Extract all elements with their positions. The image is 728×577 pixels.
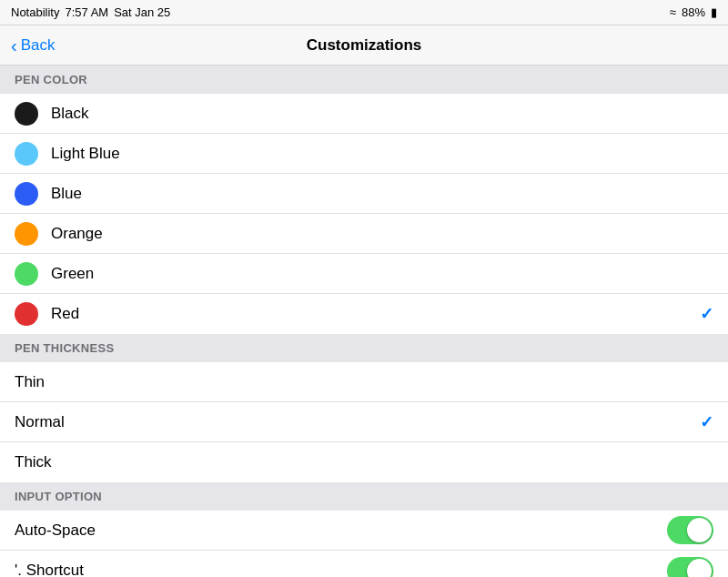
thickness-item-normal[interactable]: Normal ✓: [0, 402, 728, 442]
status-right: ≈ 88% ▮: [670, 5, 717, 19]
color-item-light-blue[interactable]: Light Blue: [0, 134, 728, 174]
status-date: Sat Jan 25: [114, 5, 170, 19]
color-swatch-blue: [15, 182, 38, 206]
content-area: PEN COLOR Black Light Blue Blue Orange G…: [0, 66, 728, 577]
color-swatch-orange: [15, 222, 38, 246]
pen-color-list: Black Light Blue Blue Orange Green Red ✓: [0, 94, 728, 334]
color-label-blue: Blue: [51, 185, 713, 203]
nav-bar: ‹ Back Customizations: [0, 25, 728, 66]
nav-title: Customizations: [307, 36, 422, 55]
pen-thickness-list: Thin Normal ✓ Thick: [0, 362, 728, 482]
status-left: Notability 7:57 AM Sat Jan 25: [11, 5, 170, 19]
color-item-green[interactable]: Green: [0, 254, 728, 294]
color-swatch-green: [15, 262, 38, 286]
color-item-red[interactable]: Red ✓: [0, 294, 728, 334]
color-item-blue[interactable]: Blue: [0, 174, 728, 214]
toggle-shortcut[interactable]: [667, 557, 713, 578]
color-label-orange: Orange: [51, 225, 713, 243]
back-button[interactable]: ‹ Back: [11, 36, 55, 55]
color-item-black[interactable]: Black: [0, 94, 728, 134]
thickness-label-normal: Normal: [15, 413, 700, 431]
app-name: Notability: [11, 5, 59, 19]
battery-icon: ▮: [711, 5, 717, 19]
color-item-orange[interactable]: Orange: [0, 214, 728, 254]
color-swatch-red: [15, 302, 38, 326]
input-item-auto-space[interactable]: Auto-Space: [0, 511, 728, 551]
color-swatch-light-blue: [15, 142, 38, 166]
status-bar: Notability 7:57 AM Sat Jan 25 ≈ 88% ▮: [0, 0, 728, 25]
color-label-green: Green: [51, 265, 713, 283]
checkmark-red: ✓: [700, 304, 713, 324]
back-label: Back: [21, 36, 56, 55]
wifi-icon: ≈: [670, 5, 676, 19]
color-label-black: Black: [51, 105, 713, 123]
input-label-auto-space: Auto-Space: [15, 521, 667, 540]
section-header-pen-thickness: PEN THICKNESS: [0, 334, 728, 362]
battery-percent: 88%: [682, 5, 705, 19]
toggle-shortcut-container: [667, 557, 713, 578]
thickness-label-thin: Thin: [15, 373, 713, 391]
input-item-shortcut[interactable]: '. Shortcut: [0, 551, 728, 577]
toggle-auto-space[interactable]: [667, 516, 713, 544]
checkmark-normal: ✓: [700, 412, 713, 432]
status-time: 7:57 AM: [65, 5, 108, 19]
back-chevron-icon: ‹: [11, 36, 17, 55]
section-header-pen-color: PEN COLOR: [0, 66, 728, 94]
thickness-item-thin[interactable]: Thin: [0, 362, 728, 402]
toggle-auto-space-container: [667, 516, 713, 544]
color-swatch-black: [15, 102, 38, 126]
input-option-list: Auto-Space '. Shortcut: [0, 511, 728, 577]
color-label-light-blue: Light Blue: [51, 145, 713, 163]
section-header-input-option: INPUT OPTION: [0, 482, 728, 511]
thickness-label-thick: Thick: [15, 453, 713, 471]
thickness-item-thick[interactable]: Thick: [0, 442, 728, 482]
input-label-shortcut: '. Shortcut: [15, 562, 667, 577]
color-label-red: Red: [51, 305, 700, 323]
